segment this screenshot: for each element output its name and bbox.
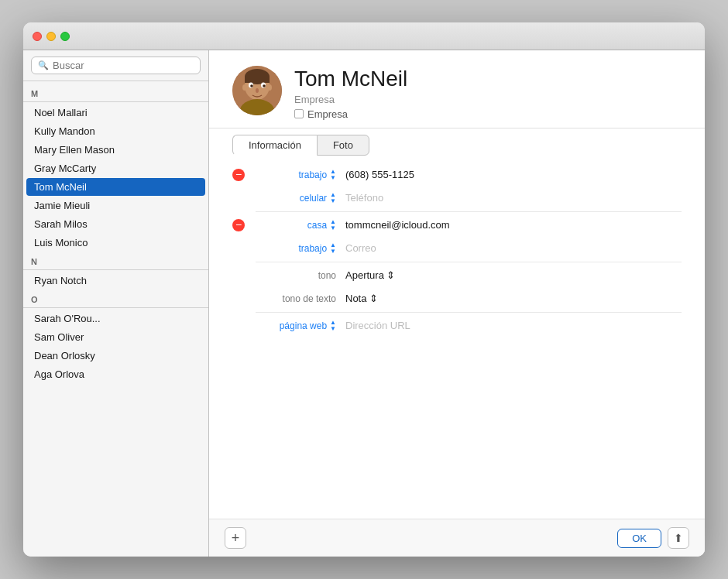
- tab-photo[interactable]: Foto: [317, 135, 369, 156]
- field-label-tono: tono: [318, 270, 336, 281]
- contact-name-area: Tom McNeil Empresa Empresa: [294, 66, 682, 120]
- contact-item-sam-oliver[interactable]: Sam Oliver: [26, 328, 205, 346]
- avatar: [232, 66, 282, 115]
- field-separator: [256, 262, 682, 262]
- field-stepper-phone-celular[interactable]: ▲▼: [330, 192, 336, 204]
- field-value-phone-trabajo[interactable]: (608) 555-1125: [336, 169, 682, 180]
- share-button[interactable]: ⬆: [668, 527, 689, 549]
- field-label-area-tono: tono: [251, 270, 336, 281]
- tab-info[interactable]: Información: [232, 135, 317, 156]
- field-label-area-phone-trabajo: trabajo▲▼: [251, 169, 336, 181]
- delete-field-button-email-casa[interactable]: −: [232, 219, 245, 231]
- company-checkbox-row: Empresa: [294, 108, 682, 120]
- field-stepper-email-trabajo[interactable]: ▲▼: [330, 242, 336, 255]
- contact-item-kully-mandon[interactable]: Kully Mandon: [26, 122, 205, 140]
- contact-item-mary-ellen-mason[interactable]: Mary Ellen Mason: [26, 141, 205, 159]
- field-value-phone-celular[interactable]: Teléfono: [336, 192, 682, 204]
- field-label-tono-texto: tono de texto: [283, 293, 336, 304]
- field-label-phone-celular[interactable]: celular: [300, 193, 327, 204]
- search-input[interactable]: [53, 60, 194, 71]
- search-icon: 🔍: [38, 60, 49, 70]
- field-row-email-trabajo: trabajo▲▼Correo: [209, 237, 705, 260]
- field-value-email-casa[interactable]: tommcneil@icloud.com: [336, 219, 682, 231]
- svg-point-10: [267, 84, 272, 91]
- company-checkbox-label: Empresa: [307, 108, 348, 120]
- contact-item-dean-orlosky[interactable]: Dean Orlosky: [26, 347, 205, 365]
- section-divider: [23, 307, 208, 308]
- search-bar: 🔍: [23, 50, 208, 81]
- svg-point-8: [256, 88, 259, 93]
- section-header-o: O: [23, 290, 208, 306]
- field-label-email-casa[interactable]: casa: [307, 220, 327, 231]
- contact-item-noel-mallari[interactable]: Noel Mallari: [26, 104, 205, 122]
- contact-item-aga-orlova[interactable]: Aga Orlova: [26, 365, 205, 383]
- field-value-tono[interactable]: Apertura ⇕: [336, 269, 682, 281]
- field-value-email-trabajo[interactable]: Correo: [336, 242, 682, 254]
- contact-item-sarah-orou[interactable]: Sarah O'Rou...: [26, 310, 205, 327]
- field-label-pagina-web[interactable]: página web: [280, 320, 327, 331]
- svg-point-7: [263, 84, 266, 87]
- field-stepper-pagina-web[interactable]: ▲▼: [330, 320, 336, 332]
- content-area: 🔍 MNoel MallariKully MandonMary Ellen Ma…: [23, 50, 705, 557]
- contact-item-sarah-milos[interactable]: Sarah Milos: [26, 215, 205, 233]
- add-field-button[interactable]: +: [225, 527, 246, 549]
- contact-item-tom-mcneil[interactable]: Tom McNeil: [26, 178, 205, 196]
- field-row-tono-texto: tono de textoNota ⇕: [209, 287, 705, 310]
- search-wrapper[interactable]: 🔍: [31, 57, 201, 74]
- field-label-area-email-trabajo: trabajo▲▼: [251, 242, 336, 255]
- traffic-lights: [33, 32, 70, 41]
- contacts-list: MNoel MallariKully MandonMary Ellen Maso…: [23, 81, 208, 557]
- field-separator: [256, 312, 682, 313]
- sidebar: 🔍 MNoel MallariKully MandonMary Ellen Ma…: [23, 50, 209, 557]
- detail-footer: + OK ⬆: [209, 519, 705, 557]
- avatar-image: [232, 66, 282, 115]
- field-row-tono: tonoApertura ⇕: [209, 264, 705, 287]
- contact-item-jamie-mieuli[interactable]: Jamie Mieuli: [26, 197, 205, 214]
- company-checkbox[interactable]: [294, 109, 304, 118]
- field-row-phone-trabajo: −trabajo▲▼(608) 555-1125: [209, 163, 705, 187]
- detail-header: Tom McNeil Empresa Empresa: [209, 50, 705, 128]
- svg-rect-3: [245, 77, 270, 83]
- field-label-area-email-casa: casa▲▼: [251, 219, 336, 231]
- contact-item-ryan-notch[interactable]: Ryan Notch: [26, 272, 205, 290]
- section-divider: [23, 269, 208, 270]
- section-header-n: N: [23, 252, 208, 268]
- detail-fields: −trabajo▲▼(608) 555-1125celular▲▼Teléfon…: [209, 156, 705, 519]
- field-row-email-casa: −casa▲▼tommcneil@icloud.com: [209, 214, 705, 237]
- field-row-pagina-web: página web▲▼Dirección URL: [209, 314, 705, 337]
- maximize-button[interactable]: [60, 32, 70, 41]
- ok-button[interactable]: OK: [617, 529, 661, 548]
- field-stepper-email-casa[interactable]: ▲▼: [330, 219, 336, 231]
- detail-panel: Tom McNeil Empresa Empresa InformaciónFo…: [209, 50, 705, 557]
- field-label-area-tono-texto: tono de texto: [251, 293, 336, 304]
- field-row-phone-celular: celular▲▼Teléfono: [209, 187, 705, 210]
- tab-bar: InformaciónFoto: [209, 128, 705, 156]
- contact-company-label: Empresa: [294, 94, 682, 105]
- section-header-m: M: [23, 84, 208, 100]
- contact-item-gray-mccarty[interactable]: Gray McCarty: [26, 159, 205, 177]
- field-value-pagina-web[interactable]: Dirección URL: [336, 320, 682, 331]
- field-label-area-pagina-web: página web▲▼: [251, 320, 336, 332]
- field-label-area-phone-celular: celular▲▼: [251, 192, 336, 204]
- titlebar: [23, 22, 705, 50]
- field-label-phone-trabajo[interactable]: trabajo: [298, 170, 327, 180]
- section-divider: [23, 101, 208, 102]
- svg-point-6: [250, 84, 253, 87]
- field-value-tono-texto[interactable]: Nota ⇕: [336, 293, 682, 304]
- contacts-window: 🔍 MNoel MallariKully MandonMary Ellen Ma…: [23, 22, 705, 557]
- svg-point-9: [242, 84, 247, 91]
- field-label-email-trabajo[interactable]: trabajo: [298, 243, 327, 254]
- close-button[interactable]: [33, 32, 42, 41]
- contact-main-name: Tom McNeil: [294, 66, 682, 92]
- field-stepper-phone-trabajo[interactable]: ▲▼: [330, 169, 336, 181]
- minimize-button[interactable]: [46, 32, 56, 41]
- footer-right: OK ⬆: [617, 527, 689, 549]
- delete-field-button-phone-trabajo[interactable]: −: [232, 169, 245, 181]
- field-separator: [256, 211, 682, 212]
- contact-item-luis-monico[interactable]: Luis Monico: [26, 234, 205, 252]
